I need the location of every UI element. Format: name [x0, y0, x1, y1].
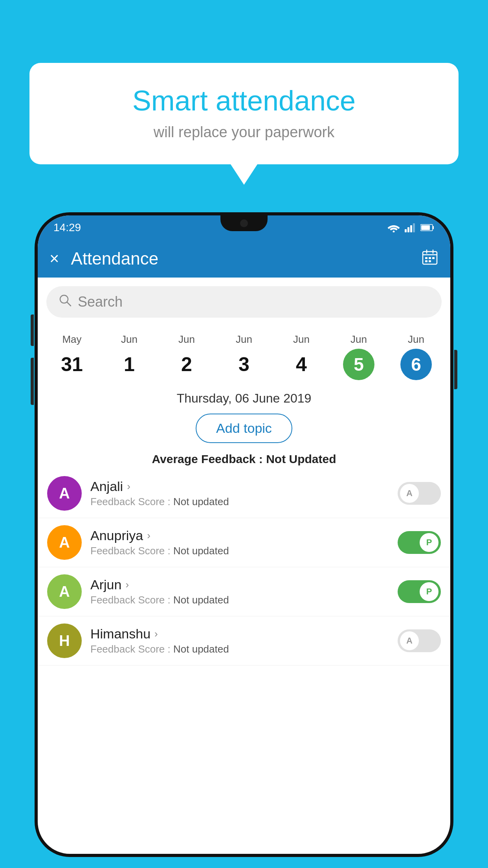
toggle-wrap[interactable]: A	[398, 629, 441, 652]
search-icon	[58, 293, 72, 311]
student-info: Himanshu ›Feedback Score : Not updated	[90, 626, 389, 655]
search-placeholder: Search	[78, 294, 123, 310]
cal-month-label: Jun	[350, 333, 367, 346]
student-name: Anjali ›	[90, 479, 389, 494]
svg-line-18	[67, 302, 71, 306]
chevron-icon: ›	[125, 579, 129, 591]
avatar: A	[47, 476, 82, 511]
calendar-day[interactable]: Jun6	[387, 330, 445, 383]
cal-date-number[interactable]: 1	[114, 349, 145, 380]
phone-outer: 14:29	[35, 212, 453, 857]
student-name: Anupriya ›	[90, 528, 389, 543]
speech-bubble: Smart attendance will replace your paper…	[29, 63, 459, 164]
calendar-icon[interactable]	[421, 248, 438, 269]
cal-month-label: Jun	[236, 333, 252, 346]
svg-rect-13	[429, 257, 431, 259]
cal-date-number[interactable]: 4	[286, 349, 317, 380]
phone-notch	[220, 215, 268, 231]
avatar: A	[47, 525, 82, 560]
feedback-value: Not updated	[173, 496, 229, 508]
battery-icon	[420, 224, 435, 232]
cal-date-number[interactable]: 6	[400, 349, 432, 380]
calendar-day[interactable]: Jun3	[215, 330, 273, 383]
svg-rect-4	[413, 223, 415, 232]
add-topic-button[interactable]: Add topic	[196, 414, 292, 443]
svg-rect-14	[432, 257, 435, 259]
student-feedback: Feedback Score : Not updated	[90, 496, 389, 508]
attendance-toggle[interactable]: A	[398, 629, 441, 652]
cal-month-label: Jun	[408, 333, 424, 346]
svg-rect-1	[405, 229, 407, 232]
svg-rect-15	[425, 260, 427, 262]
selected-date-display: Thursday, 06 June 2019	[38, 383, 450, 410]
avg-feedback-value: Not Updated	[266, 452, 336, 465]
front-camera	[240, 219, 248, 227]
chevron-icon: ›	[127, 480, 130, 493]
student-list: AAnjali ›Feedback Score : Not updatedAAA…	[38, 469, 450, 666]
search-bar[interactable]: Search	[46, 286, 442, 318]
calendar-day[interactable]: Jun4	[273, 330, 330, 383]
toggle-wrap[interactable]: A	[398, 482, 441, 505]
toggle-knob: A	[400, 631, 419, 650]
power-button	[454, 350, 457, 389]
calendar-day[interactable]: Jun1	[101, 330, 158, 383]
chevron-icon: ›	[147, 530, 150, 542]
bubble-subtitle: will replace your paperwork	[53, 124, 435, 141]
cal-month-label: Jun	[121, 333, 138, 346]
student-feedback: Feedback Score : Not updated	[90, 545, 389, 557]
svg-rect-3	[410, 225, 412, 232]
toggle-wrap[interactable]: P	[398, 580, 441, 603]
student-feedback: Feedback Score : Not updated	[90, 594, 389, 606]
student-name: Himanshu ›	[90, 626, 389, 642]
signal-icon	[405, 223, 416, 232]
svg-point-0	[393, 231, 395, 233]
bubble-title: Smart attendance	[53, 85, 435, 117]
avatar: H	[47, 623, 82, 658]
feedback-value: Not updated	[173, 594, 229, 606]
toggle-knob: P	[420, 582, 438, 601]
phone-mockup: 14:29	[35, 212, 453, 868]
avg-feedback: Average Feedback : Not Updated	[38, 447, 450, 469]
cal-date-number[interactable]: 3	[228, 349, 260, 380]
app-title: Attendance	[71, 249, 421, 268]
svg-rect-16	[429, 260, 431, 262]
student-item[interactable]: AArjun ›Feedback Score : Not updatedP	[38, 567, 450, 616]
feedback-value: Not updated	[173, 545, 229, 557]
attendance-toggle[interactable]: A	[398, 482, 441, 505]
calendar-day[interactable]: May31	[43, 330, 101, 383]
cal-month-label: Jun	[178, 333, 195, 346]
chevron-icon: ›	[154, 628, 158, 640]
svg-rect-12	[425, 257, 427, 259]
attendance-toggle[interactable]: P	[398, 531, 441, 554]
calendar-day[interactable]: Jun2	[158, 330, 215, 383]
volume-down-button	[31, 358, 34, 405]
status-icons	[387, 223, 435, 232]
app-bar: × Attendance	[38, 240, 450, 278]
attendance-toggle[interactable]: P	[398, 580, 441, 603]
student-info: Anupriya ›Feedback Score : Not updated	[90, 528, 389, 557]
volume-up-button	[31, 314, 34, 346]
cal-month-label: May	[62, 333, 81, 346]
phone-screen: 14:29	[38, 215, 450, 854]
student-feedback: Feedback Score : Not updated	[90, 643, 389, 655]
toggle-wrap[interactable]: P	[398, 531, 441, 554]
student-name: Arjun ›	[90, 577, 389, 592]
student-item[interactable]: HHimanshu ›Feedback Score : Not updatedA	[38, 616, 450, 666]
avg-feedback-label: Average Feedback :	[152, 452, 262, 465]
student-info: Arjun ›Feedback Score : Not updated	[90, 577, 389, 606]
feedback-value: Not updated	[173, 643, 229, 655]
avatar: A	[47, 574, 82, 609]
status-time: 14:29	[53, 221, 81, 234]
close-button[interactable]: ×	[50, 249, 59, 268]
svg-rect-7	[421, 225, 430, 230]
wifi-icon	[387, 223, 400, 232]
cal-month-label: Jun	[293, 333, 310, 346]
cal-date-number[interactable]: 31	[56, 349, 88, 380]
toggle-knob: A	[400, 484, 419, 503]
calendar-day[interactable]: Jun5	[330, 330, 387, 383]
svg-rect-6	[433, 226, 434, 229]
cal-date-number[interactable]: 2	[171, 349, 202, 380]
student-item[interactable]: AAnupriya ›Feedback Score : Not updatedP	[38, 518, 450, 567]
student-item[interactable]: AAnjali ›Feedback Score : Not updatedA	[38, 469, 450, 518]
cal-date-number[interactable]: 5	[343, 349, 374, 380]
